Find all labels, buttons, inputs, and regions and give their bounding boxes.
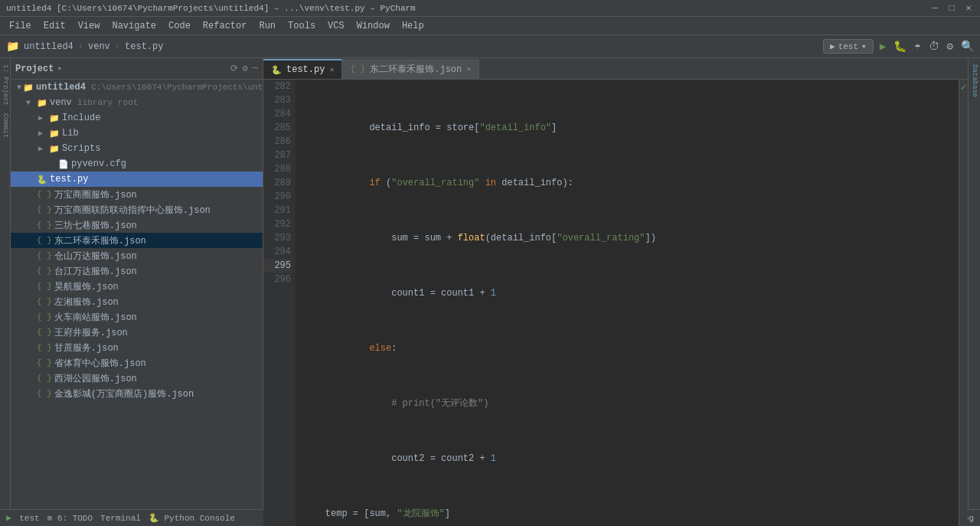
tree-item-json5[interactable]: { } 仓山万达服饰.json <box>11 248 263 263</box>
tree-item-untitled4[interactable]: ▼ 📁 untitled4 C:\Users\10674\PycharmProj… <box>11 80 263 95</box>
project-dropdown-icon[interactable]: ▾ <box>57 64 62 74</box>
project-icon[interactable]: 1: Project <box>1 61 10 109</box>
close-button[interactable]: ✕ <box>963 3 974 14</box>
tree-label: Scripts <box>62 143 100 154</box>
tree-item-json4[interactable]: { } 东二环泰禾服饰.json <box>11 233 263 248</box>
tab-close-testpy[interactable]: ✕ <box>329 65 334 74</box>
tree-label: 火车南站服饰.json <box>54 311 137 324</box>
project-settings-icon[interactable]: ⚙ <box>243 63 248 74</box>
menu-navigate[interactable]: Navigate <box>106 19 162 33</box>
titlebar-text: untitled4 [C:\Users\10674\PycharmProject… <box>6 4 416 13</box>
tab-close-json[interactable]: ✕ <box>466 64 471 74</box>
build-button[interactable]: ⚙ <box>946 38 955 54</box>
folder-icon: 📁 <box>49 129 60 139</box>
database-icon[interactable]: Database <box>970 61 979 100</box>
statusbar-tab-python-console[interactable]: 🐍 Python Console <box>149 513 235 523</box>
tree-label: 甘蔗服务.json <box>54 341 119 354</box>
tree-item-lib[interactable]: ▶ 📁 Lib <box>11 126 263 141</box>
tree-label: 金逸影城(万宝商圈店)服饰.json <box>54 387 194 400</box>
tree-item-venv[interactable]: ▼ 📁 venv library root <box>11 95 263 110</box>
statusbar-tab-terminal[interactable]: Terminal <box>100 514 141 523</box>
tree-label: 台江万达服饰.json <box>54 265 137 278</box>
json-icon: { } <box>37 328 52 337</box>
menu-help[interactable]: Help <box>396 19 430 33</box>
statusbar-left: ▶ test ⊕ 6: TODO Terminal 🐍 Python Conso… <box>6 512 235 524</box>
statusbar-tab-todo[interactable]: ⊕ 6: TODO <box>47 513 93 523</box>
editor-scroll-gutter: ✓ <box>959 80 968 526</box>
tree-item-json3[interactable]: { } 三坊七巷服饰.json <box>11 217 263 233</box>
line-287: 287 <box>263 149 291 162</box>
run-config-icon: ▶ <box>830 41 835 51</box>
tree-item-json1[interactable]: { } 万宝商圈服饰.json <box>11 187 263 202</box>
json-icon: { } <box>37 358 52 368</box>
tree-label: test.py <box>50 174 88 185</box>
tree-item-json14[interactable]: { } 金逸影城(万宝商圈店)服饰.json <box>11 386 263 401</box>
tree-arrow: ▶ <box>38 144 47 153</box>
menu-window[interactable]: Window <box>351 19 396 33</box>
run-config-name: test <box>838 42 858 51</box>
tree-item-json2[interactable]: { } 万宝商圈联防联动指挥中心服饰.json <box>11 202 263 217</box>
tab-json[interactable]: { } 东二环泰禾服饰.json ✕ <box>342 59 479 79</box>
tree-item-pyvenv[interactable]: 📄 pyvenv.cfg <box>11 156 263 172</box>
profile-button[interactable]: ⏱ <box>927 39 941 54</box>
maximize-button[interactable]: □ <box>946 3 957 14</box>
tab-testpy[interactable]: 🐍 test.py ✕ <box>263 59 342 79</box>
tree-item-json10[interactable]: { } 王府井服务.json <box>11 325 263 340</box>
code-content[interactable]: detail_info = store["detail_info"] ⊖ if … <box>296 80 959 526</box>
project-panel: Project ▾ ⟳ ⚙ — ▼ 📁 untitled4 C:\Users\1… <box>11 58 263 509</box>
menu-view[interactable]: View <box>72 19 106 33</box>
tree-arrow: ▶ <box>38 113 47 123</box>
json-icon: { } <box>37 312 52 322</box>
coverage-button[interactable]: ☂ <box>913 38 922 54</box>
tree-item-json11[interactable]: { } 甘蔗服务.json <box>11 340 263 355</box>
statusbar-run-name[interactable]: test <box>19 514 39 523</box>
project-collapse-icon[interactable]: — <box>253 63 258 74</box>
run-config-selector[interactable]: ▶ test ▾ <box>823 39 874 54</box>
tree-label: 昊航服饰.json <box>54 280 119 293</box>
minimize-button[interactable]: ─ <box>929 3 940 14</box>
code-editor: 282 283 284 285 286 287 288 289 290 291 … <box>263 80 968 526</box>
menu-vcs[interactable]: VCS <box>322 19 351 33</box>
tree-label: pyvenv.cfg <box>71 158 126 169</box>
code-line-289: temp = [sum, "龙院服饰"] <box>303 507 959 521</box>
tree-label: 省体育中心服饰.json <box>54 357 146 370</box>
breadcrumb-file[interactable]: test.py <box>125 41 163 52</box>
debug-button[interactable]: 🐛 <box>892 38 908 54</box>
toolbar: 📁 untitled4 › venv › test.py ▶ test ▾ ▶ … <box>0 35 980 58</box>
line-291: 291 <box>263 204 291 217</box>
menu-refactor[interactable]: Refactor <box>197 19 253 33</box>
menu-edit[interactable]: Edit <box>38 19 72 33</box>
tree-item-json8[interactable]: { } 左湘服饰.json <box>11 294 263 309</box>
menu-file[interactable]: File <box>3 19 38 33</box>
code-line-284: sum = sum + float(detail_info["overall_r… <box>303 231 959 245</box>
menu-run[interactable]: Run <box>253 19 282 33</box>
code-line-285: ⊖ count1 = count1 + 1 <box>303 286 959 300</box>
tree-item-json13[interactable]: { } 西湖公园服饰.json <box>11 371 263 386</box>
breadcrumb-project[interactable]: untitled4 <box>24 41 74 52</box>
tree-item-include[interactable]: ▶ 📁 Include <box>11 110 263 126</box>
json-icon: { } <box>37 297 52 306</box>
breadcrumb-venv[interactable]: venv <box>88 41 110 52</box>
project-header-actions: ⟳ ⚙ — <box>230 63 258 74</box>
toolbar-right: ▶ test ▾ ▶ 🐛 ☂ ⏱ ⚙ 🔍 <box>823 38 975 54</box>
tree-item-scripts[interactable]: ▶ 📁 Scripts <box>11 141 263 156</box>
run-button[interactable]: ▶ <box>878 38 887 54</box>
project-sync-icon[interactable]: ⟳ <box>230 63 238 74</box>
json-icon: { } <box>37 389 52 398</box>
search-everywhere-button[interactable]: 🔍 <box>959 38 975 54</box>
no-errors-icon: ✓ <box>961 81 967 93</box>
tree-item-json9[interactable]: { } 火车南站服饰.json <box>11 309 263 325</box>
tree-item-testpy[interactable]: 🐍 test.py <box>11 172 263 187</box>
line-286: 286 <box>263 135 291 149</box>
tree-label: 万宝商圈服饰.json <box>54 188 137 201</box>
tree-item-json7[interactable]: { } 昊航服饰.json <box>11 279 263 294</box>
tree-label: 三坊七巷服饰.json <box>54 219 137 232</box>
json-icon: { } <box>37 236 52 245</box>
menu-code[interactable]: Code <box>162 19 197 33</box>
menu-tools[interactable]: Tools <box>282 19 322 33</box>
commit-icon[interactable]: Commit <box>1 110 10 141</box>
toolbar-folder-icon[interactable]: 📁 <box>5 38 21 54</box>
tree-item-json12[interactable]: { } 省体育中心服饰.json <box>11 355 263 371</box>
tree-item-json6[interactable]: { } 台江万达服饰.json <box>11 263 263 279</box>
code-line-283: ⊖ if ("overall_rating" in detail_info): <box>303 176 959 190</box>
